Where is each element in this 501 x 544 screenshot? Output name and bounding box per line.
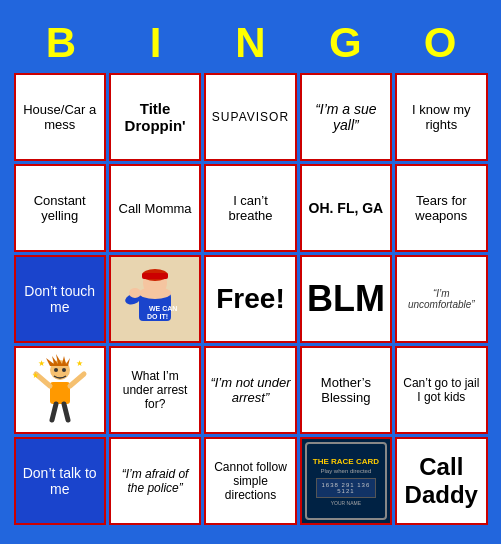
cell-text: Call Momma: [119, 201, 192, 216]
header-n: N: [206, 19, 294, 67]
cell-text: What I’m under arrest for?: [115, 369, 195, 411]
cell-free: Free!: [204, 255, 296, 343]
cell-call-daddy: Call Daddy: [395, 437, 487, 525]
race-card-name: YOUR NAME: [331, 500, 361, 506]
header-i: I: [112, 19, 200, 67]
cell-text: Title Droppin': [115, 100, 195, 134]
header-o: O: [396, 19, 484, 67]
bingo-grid: House/Car a mess Title Droppin' SUPAVISO…: [14, 73, 488, 525]
cell-text: OH. FL, GA: [309, 200, 384, 216]
svg-line-16: [64, 404, 68, 420]
cell-dont-talk: Don’t talk to me: [14, 437, 106, 525]
cell-blm: BLM: [300, 255, 392, 343]
cell-text: Don’t touch me: [20, 283, 100, 315]
cell-text: Call Daddy: [401, 453, 481, 509]
cell-text: Tears for weapons: [401, 193, 481, 223]
cell-dont-touch: Don’t touch me: [14, 255, 106, 343]
cell-simple-directions: Cannot follow simple directions: [204, 437, 296, 525]
race-card-title: THE RACE CARD: [313, 457, 379, 466]
cell-text: “I’m a sue yall”: [306, 101, 386, 133]
cell-text: Free!: [216, 283, 284, 315]
cell-uncomfortable: “I’m uncomfortable”: [395, 255, 487, 343]
cell-supavisor: SUPAVISOR: [204, 73, 296, 161]
cell-cartoon: ★ ★ ★: [14, 346, 106, 434]
race-card-number: 1638 291 136 5121: [316, 478, 376, 498]
bingo-header: B I N G O: [14, 19, 488, 67]
cell-house-car: House/Car a mess: [14, 73, 106, 161]
bingo-card: B I N G O House/Car a mess Title Droppin…: [6, 11, 496, 533]
rosie-icon: WE CAN DO IT!: [119, 263, 191, 335]
cell-know-rights: I know my rights: [395, 73, 487, 161]
cartoon-icon: ★ ★ ★: [24, 354, 96, 426]
svg-point-2: [139, 287, 171, 299]
cell-text: “I’m uncomfortable”: [401, 288, 481, 310]
cell-mothers-blessing: Mother’s Blessing: [300, 346, 392, 434]
cell-text: SUPAVISOR: [212, 110, 289, 124]
cell-text: Mother’s Blessing: [306, 375, 386, 405]
cell-text: Don’t talk to me: [20, 465, 100, 497]
cell-not-under-arrest: “I’m not under arrest”: [204, 346, 296, 434]
header-g: G: [301, 19, 389, 67]
cell-text: I can’t breathe: [210, 193, 290, 223]
svg-text:DO IT!: DO IT!: [147, 313, 168, 320]
svg-text:WE CAN: WE CAN: [149, 305, 177, 312]
cell-text: I know my rights: [401, 102, 481, 132]
svg-point-10: [54, 368, 58, 372]
cell-race-card: THE RACE CARD Play when directed 1638 29…: [300, 437, 392, 525]
cell-text: House/Car a mess: [20, 102, 100, 132]
cell-sue-yall: “I’m a sue yall”: [300, 73, 392, 161]
cell-text: “I’m not under arrest”: [210, 375, 290, 405]
cell-text: Cannot follow simple directions: [210, 460, 290, 502]
svg-text:★: ★: [38, 359, 45, 368]
cell-text: “I’m afraid of the police”: [115, 467, 195, 495]
svg-rect-6: [142, 273, 168, 279]
cell-cant-breathe: I can’t breathe: [204, 164, 296, 252]
svg-rect-12: [50, 382, 70, 404]
cell-text: BLM: [307, 278, 385, 320]
cell-oh-fl-ga: OH. FL, GA: [300, 164, 392, 252]
cell-title-droppin: Title Droppin': [109, 73, 201, 161]
svg-line-14: [70, 374, 84, 386]
cell-tears-weapons: Tears for weapons: [395, 164, 487, 252]
cell-under-arrest-for: What I’m under arrest for?: [109, 346, 201, 434]
svg-text:★: ★: [76, 359, 83, 368]
svg-point-4: [129, 288, 141, 298]
svg-text:★: ★: [32, 371, 39, 380]
cell-text: Can’t go to jail I got kids: [401, 376, 481, 404]
header-b: B: [17, 19, 105, 67]
cell-call-momma: Call Momma: [109, 164, 201, 252]
cell-cant-go-jail: Can’t go to jail I got kids: [395, 346, 487, 434]
cell-afraid-police: “I’m afraid of the police”: [109, 437, 201, 525]
cell-text: Constant yelling: [20, 193, 100, 223]
race-card-sub: Play when directed: [321, 468, 372, 474]
cell-rosie: WE CAN DO IT!: [109, 255, 201, 343]
svg-line-15: [52, 404, 56, 420]
cell-constant-yelling: Constant yelling: [14, 164, 106, 252]
svg-point-11: [62, 368, 66, 372]
